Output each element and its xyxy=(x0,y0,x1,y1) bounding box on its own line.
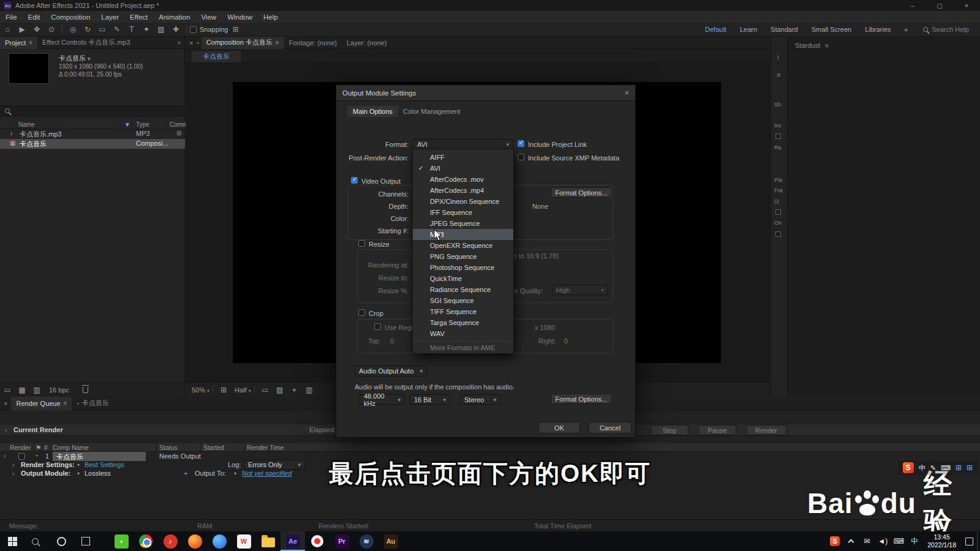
type-tool-icon[interactable] xyxy=(124,25,139,34)
crop-right-value[interactable]: 0 xyxy=(564,337,568,345)
column-type[interactable]: Type xyxy=(136,121,149,128)
workspace-standard[interactable]: Standard xyxy=(771,26,798,33)
project-comp-name[interactable]: 卡点音乐 ▾ xyxy=(59,54,91,63)
menu-item[interactable]: Targa Sequence xyxy=(413,317,513,328)
minimize-button[interactable] xyxy=(899,0,926,11)
puppet-tool-icon[interactable] xyxy=(168,25,183,34)
new-composition-icon[interactable] xyxy=(15,386,29,394)
sogou-logo-icon[interactable]: S xyxy=(903,462,914,473)
menu-item[interactable]: SGI Sequence xyxy=(413,295,513,306)
clone-stamp-tool-icon[interactable] xyxy=(154,25,168,34)
menu-layer[interactable]: Layer xyxy=(96,13,124,21)
pen-tool-icon[interactable] xyxy=(110,25,124,34)
pencil-icon[interactable] xyxy=(930,464,936,472)
resolution-dropdown[interactable]: Half ▾ xyxy=(235,386,251,394)
strip-checkbox[interactable] xyxy=(775,133,781,139)
render-button[interactable]: Render xyxy=(746,425,786,435)
hand-tool-icon[interactable] xyxy=(29,25,44,34)
tab-color-management[interactable]: Color Management xyxy=(398,106,466,117)
ok-button[interactable]: OK xyxy=(538,422,580,433)
dialog-titlebar[interactable]: Output Module Settings xyxy=(336,85,635,101)
menu-item[interactable]: AfterCodecs .mov xyxy=(413,174,513,185)
region-of-interest-icon[interactable] xyxy=(258,386,273,394)
menu-item[interactable]: WAV xyxy=(413,328,513,339)
workspace-libraries[interactable]: Libraries xyxy=(865,26,891,33)
selection-tool-icon[interactable] xyxy=(15,25,29,34)
keyboard-icon[interactable] xyxy=(941,464,951,472)
show-desktop-button[interactable] xyxy=(977,531,980,551)
toolbox-grid-icon[interactable] xyxy=(956,463,962,472)
tab-layer[interactable]: Layer: (none) xyxy=(342,37,391,49)
menu-effect[interactable]: Effect xyxy=(124,13,153,21)
tab-project[interactable]: Project xyxy=(0,37,37,49)
expander-icon[interactable] xyxy=(5,427,7,433)
start-button[interactable] xyxy=(0,531,24,551)
panel-menu-icon[interactable] xyxy=(276,39,279,46)
taskbar-app-thunder[interactable]: ≋ xyxy=(354,531,379,551)
menu-item-highlighted[interactable]: MP3 xyxy=(413,229,513,240)
sogou-tray-button[interactable]: S xyxy=(827,531,843,551)
taskbar-app-wps[interactable]: W xyxy=(232,531,256,551)
column-comp-name[interactable]: Comp Name xyxy=(53,444,89,451)
taskbar-app-explorer[interactable] xyxy=(256,531,281,551)
cortana-button[interactable] xyxy=(49,531,74,551)
crop-top-value[interactable]: 0 xyxy=(390,337,394,345)
new-folder-icon[interactable] xyxy=(0,386,15,394)
keyboard-tray-icon[interactable] xyxy=(891,531,907,551)
brush-tool-icon[interactable] xyxy=(139,25,154,34)
menu-item[interactable]: AfterCodecs .mp4 xyxy=(413,185,513,196)
sample-rate-dropdown[interactable]: 48.000 kHz xyxy=(360,394,405,405)
dialog-close-icon[interactable] xyxy=(624,88,629,97)
stop-button[interactable]: Stop xyxy=(650,425,688,435)
audio-format-options-button[interactable]: Format Options... xyxy=(551,394,612,404)
zoom-level-dropdown[interactable]: 50% ▾ xyxy=(192,386,209,394)
video-output-checkbox[interactable] xyxy=(351,177,358,184)
project-bpc[interactable]: 16 bpc xyxy=(49,386,69,394)
taskbar-search-button[interactable] xyxy=(24,531,49,551)
color-settings-icon[interactable] xyxy=(29,386,44,394)
snapping-options-icon[interactable] xyxy=(228,25,243,34)
message-tray-icon[interactable] xyxy=(859,531,875,551)
orbit-tool-icon[interactable] xyxy=(66,25,80,34)
column-number[interactable]: # xyxy=(44,444,48,451)
flag-column-icon[interactable] xyxy=(36,444,41,451)
workspace-overflow-icon[interactable] xyxy=(904,26,908,33)
close-button[interactable] xyxy=(953,0,980,11)
hamburger-icon[interactable] xyxy=(777,71,780,78)
tab-main-options[interactable]: Main Options xyxy=(347,106,398,117)
trash-icon[interactable] xyxy=(83,387,88,393)
tab-composition[interactable]: Composition 卡点音乐 xyxy=(202,37,284,49)
tab-render-queue[interactable]: Render Queue xyxy=(11,397,72,410)
column-render-time[interactable]: Render Time xyxy=(247,444,284,451)
column-status[interactable]: Status xyxy=(159,444,178,451)
transparency-grid-icon[interactable] xyxy=(273,386,287,394)
tab-effect-controls[interactable]: Effect Controls 卡点音乐.mp3 xyxy=(37,37,135,49)
menu-item[interactable]: PNG Sequence xyxy=(413,251,513,262)
tab-queue-comp[interactable]: 卡点音乐 xyxy=(72,397,113,410)
menu-item[interactable]: DPX/Cineon Sequence xyxy=(413,196,513,207)
camera-view-icon[interactable] xyxy=(287,386,302,394)
panel-menu-icon[interactable] xyxy=(29,39,32,46)
snapping-checkbox[interactable] xyxy=(190,26,197,33)
menu-window[interactable]: Window xyxy=(222,13,258,21)
menu-file[interactable]: File xyxy=(0,13,23,21)
taskbar-app-premiere[interactable]: Pr xyxy=(330,531,354,551)
tab-footage[interactable]: Footage: (none) xyxy=(284,37,342,49)
column-name[interactable]: Name xyxy=(18,121,35,128)
use-region-checkbox[interactable] xyxy=(374,323,381,330)
menu-animation[interactable]: Animation xyxy=(153,13,195,21)
include-project-link-checkbox[interactable] xyxy=(518,140,524,147)
close-panel-icon[interactable] xyxy=(0,400,11,407)
menu-view[interactable]: View xyxy=(195,13,222,21)
video-format-options-button[interactable]: Format Options... xyxy=(551,187,612,198)
help-search[interactable]: Search Help xyxy=(923,26,969,33)
taskbar-app-browser[interactable] xyxy=(207,531,232,551)
info-icon[interactable] xyxy=(777,54,778,61)
menu-item[interactable]: OpenEXR Sequence xyxy=(413,240,513,251)
panel-overflow-icon[interactable] xyxy=(177,39,184,46)
safe-margins-icon[interactable] xyxy=(216,386,231,394)
toolbox-grid-icon[interactable] xyxy=(967,463,973,472)
strip-checkbox[interactable] xyxy=(775,231,781,237)
project-search-field[interactable] xyxy=(0,105,185,116)
menu-item[interactable]: TIFF Sequence xyxy=(413,306,513,317)
